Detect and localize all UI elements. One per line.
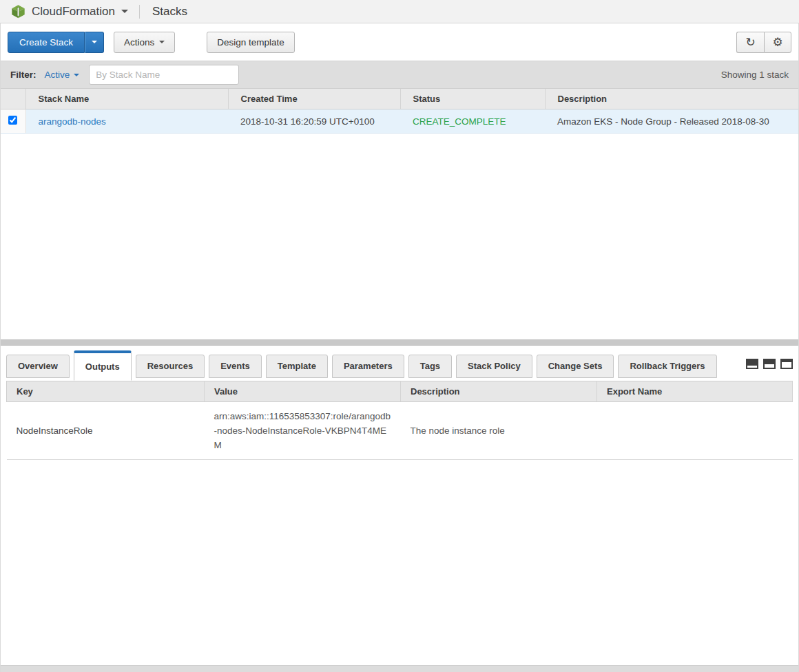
output-value-cell: arn:aws:iam::116535853307:role/arangodb-… bbox=[205, 401, 401, 459]
tab-stack-policy[interactable]: Stack Policy bbox=[456, 355, 532, 378]
status-cell: CREATE_COMPLETE bbox=[400, 109, 545, 134]
actions-button[interactable]: Actions bbox=[114, 32, 175, 53]
status-badge: CREATE_COMPLETE bbox=[413, 116, 506, 127]
actions-label: Actions bbox=[124, 37, 154, 48]
tab-overview[interactable]: Overview bbox=[6, 355, 70, 378]
pane-size-controls bbox=[746, 359, 793, 369]
console-frame: Create Stack Actions Design template ↻ ⚙… bbox=[0, 23, 799, 672]
create-stack-split-button: Create Stack bbox=[8, 32, 104, 53]
column-header-stack-name[interactable]: Stack Name bbox=[25, 89, 228, 109]
gear-icon: ⚙ bbox=[772, 35, 782, 50]
column-header-status[interactable]: Status bbox=[400, 89, 545, 109]
outputs-panel: Key Value Description Export Name NodeIn… bbox=[1, 381, 798, 460]
tab-rollback-triggers[interactable]: Rollback Triggers bbox=[618, 355, 716, 378]
output-export-name-cell bbox=[597, 401, 793, 459]
create-stack-dropdown-button[interactable] bbox=[85, 32, 104, 53]
tab-change-sets[interactable]: Change Sets bbox=[537, 355, 614, 378]
refresh-button[interactable]: ↻ bbox=[736, 32, 764, 53]
stack-name-link[interactable]: arangodb-nodes bbox=[39, 116, 106, 127]
showing-count: Showing 1 stack bbox=[721, 70, 789, 80]
stacks-header-row: Stack Name Created Time Status Descripti… bbox=[1, 89, 798, 109]
created-time-cell: 2018-10-31 16:20:59 UTC+0100 bbox=[228, 109, 400, 134]
tab-events[interactable]: Events bbox=[209, 355, 262, 378]
filter-status-value: Active bbox=[45, 70, 70, 80]
tab-resources[interactable]: Resources bbox=[136, 355, 205, 378]
chevron-down-icon bbox=[74, 74, 79, 76]
pane-size-small-icon[interactable] bbox=[746, 359, 758, 369]
outputs-empty-area bbox=[1, 460, 798, 666]
chevron-down-icon bbox=[121, 10, 128, 13]
create-stack-button[interactable]: Create Stack bbox=[8, 32, 85, 53]
tab-outputs[interactable]: Outputs bbox=[74, 350, 132, 381]
pane-size-medium-icon[interactable] bbox=[763, 359, 776, 369]
checkbox-column-header bbox=[1, 89, 25, 109]
output-description-cell: The node instance role bbox=[401, 401, 597, 459]
refresh-icon: ↻ bbox=[745, 35, 755, 50]
stacks-list-empty-area bbox=[1, 134, 798, 339]
cloudformation-icon bbox=[11, 4, 25, 19]
top-bar: CloudFormation Stacks bbox=[0, 0, 799, 23]
column-header-export-name[interactable]: Export Name bbox=[597, 381, 793, 401]
pane-size-large-icon[interactable] bbox=[780, 359, 793, 369]
column-header-value[interactable]: Value bbox=[205, 381, 401, 401]
column-header-output-description[interactable]: Description bbox=[401, 381, 597, 401]
tab-template[interactable]: Template bbox=[266, 355, 328, 378]
column-header-key[interactable]: Key bbox=[7, 381, 205, 401]
filter-label: Filter: bbox=[10, 70, 37, 80]
column-header-created-time[interactable]: Created Time bbox=[228, 89, 400, 109]
tab-tags[interactable]: Tags bbox=[408, 355, 452, 378]
design-template-button[interactable]: Design template bbox=[207, 32, 295, 53]
stacks-table: Stack Name Created Time Status Descripti… bbox=[1, 88, 798, 134]
stack-name-filter-input[interactable] bbox=[89, 65, 239, 85]
table-row: NodeInstanceRole arn:aws:iam::1165358533… bbox=[7, 401, 793, 459]
toolbar-right-group: ↻ ⚙ bbox=[736, 32, 791, 53]
stack-name-cell: arangodb-nodes bbox=[25, 109, 228, 134]
design-template-label: Design template bbox=[217, 37, 284, 48]
breadcrumb-page: Stacks bbox=[140, 5, 200, 19]
outputs-table: Key Value Description Export Name NodeIn… bbox=[6, 381, 793, 460]
outputs-header-row: Key Value Description Export Name bbox=[7, 381, 793, 401]
service-name: CloudFormation bbox=[32, 5, 115, 19]
chevron-down-icon bbox=[92, 41, 97, 43]
splitter-gap bbox=[1, 346, 798, 350]
stack-row-checkbox[interactable] bbox=[8, 116, 17, 125]
settings-button[interactable]: ⚙ bbox=[764, 32, 791, 53]
tab-parameters[interactable]: Parameters bbox=[332, 355, 404, 378]
table-row[interactable]: arangodb-nodes 2018-10-31 16:20:59 UTC+0… bbox=[1, 109, 798, 134]
column-header-description[interactable]: Description bbox=[545, 89, 798, 109]
detail-tabs: Overview Outputs Resources Events Templa… bbox=[1, 350, 798, 381]
toolbar: Create Stack Actions Design template ↻ ⚙ bbox=[1, 23, 798, 61]
service-switcher[interactable]: CloudFormation bbox=[0, 0, 139, 23]
pane-splitter-handle[interactable] bbox=[1, 339, 798, 346]
filter-bar: Filter: Active Showing 1 stack bbox=[1, 61, 798, 88]
description-cell: Amazon EKS - Node Group - Released 2018-… bbox=[545, 109, 798, 134]
row-checkbox-cell bbox=[1, 109, 25, 134]
output-key-cell: NodeInstanceRole bbox=[7, 401, 205, 459]
filter-status-dropdown[interactable]: Active bbox=[45, 70, 80, 80]
chevron-down-icon bbox=[159, 41, 165, 43]
bottom-resize-bar[interactable] bbox=[1, 665, 798, 672]
